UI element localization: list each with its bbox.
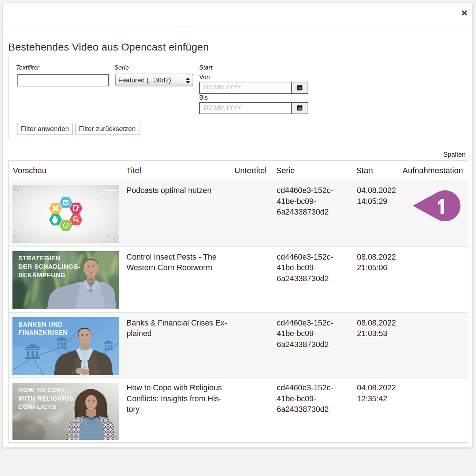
svg-text:DER SCHÄDLINGS-: DER SCHÄDLINGS- <box>18 263 80 270</box>
svg-text:STRATEGIEN: STRATEGIEN <box>18 255 60 262</box>
svg-text:HOW TO COPE: HOW TO COPE <box>18 387 66 394</box>
svg-text:BEKÄMPFUNG: BEKÄMPFUNG <box>18 271 66 278</box>
svg-text:u: u <box>102 189 105 194</box>
svg-text:CONFLICTS: CONFLICTS <box>18 403 56 410</box>
svg-text:WITH RELIGIOUS: WITH RELIGIOUS <box>18 395 74 402</box>
svg-text:BANKEN UND: BANKEN UND <box>18 321 63 328</box>
svg-text:FINANZKRISEN: FINANZKRISEN <box>18 329 68 336</box>
svg-text:b: b <box>105 188 107 191</box>
